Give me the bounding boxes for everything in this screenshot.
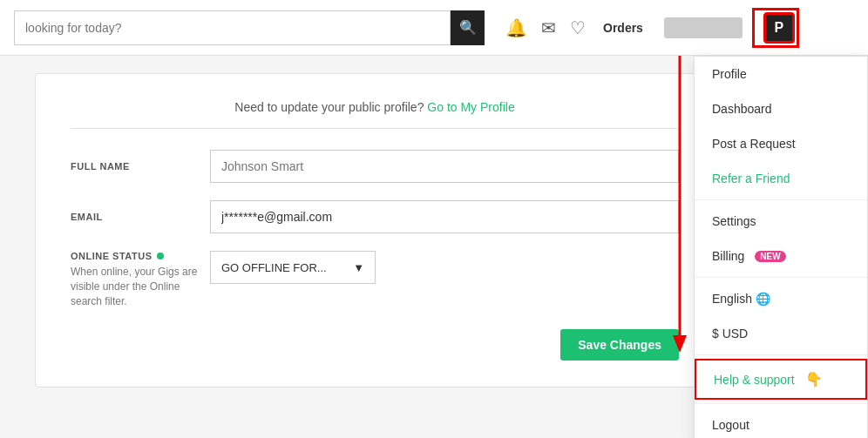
mail-icon[interactable]: ✉ [541,17,556,38]
menu-item-settings-label: Settings [712,214,756,228]
menu-item-currency-label: $ USD [712,327,748,340]
email-row: EMAIL [71,200,679,233]
menu-item-billing-label: Billing [712,249,744,263]
online-status-row: ONLINE STATUS When online, your Gigs are… [71,251,679,308]
menu-item-language[interactable]: English 🌐 [695,281,867,316]
menu-item-help-label: Help & support [714,373,795,387]
status-dropdown-value: GO OFFLINE FOR... [221,261,327,274]
go-to-profile-link[interactable]: Go to My Profile [427,100,514,114]
status-description: When online, your Gigs are visible under… [71,265,210,308]
user-avatar-button[interactable]: P [763,12,795,44]
menu-item-language-label: English 🌐 [712,292,770,306]
cursor-icon: 👇 [805,371,823,387]
menu-item-profile-label: Profile [712,67,747,81]
notification-icon[interactable]: 🔔 [505,17,527,38]
profile-notice-text: Need to update your public profile? [234,100,424,114]
search-container: 🔍 [14,10,485,45]
username-blurred [664,17,743,38]
header: 🔍 🔔 ✉ ♡ Orders P [0,0,868,56]
billing-new-badge: NEW [755,251,785,262]
menu-item-logout[interactable]: Logout [695,408,867,438]
divider-4 [695,403,867,404]
divider-2 [695,277,867,278]
menu-item-post-request-label: Post a Request [712,137,796,151]
save-btn-row: Save Changes [71,329,679,361]
menu-item-dashboard[interactable]: Dashboard [695,91,867,126]
search-button[interactable]: 🔍 [451,10,485,45]
content-box: Need to update your public profile? Go t… [35,73,715,387]
email-input[interactable] [210,200,679,233]
online-status-label-col: ONLINE STATUS When online, your Gigs are… [71,251,210,308]
menu-item-refer-friend[interactable]: Refer a Friend [695,161,867,196]
divider-3 [695,354,867,355]
heart-icon[interactable]: ♡ [570,17,586,38]
profile-btn-wrapper: P [756,12,795,44]
menu-item-help[interactable]: Help & support 👇 [695,359,867,400]
dropdown-menu: Profile Dashboard Post a Request Refer a… [694,56,868,438]
online-dot [157,253,164,259]
menu-item-profile[interactable]: Profile [695,57,867,91]
chevron-down-icon: ▼ [353,261,364,274]
header-icons: 🔔 ✉ ♡ Orders P [505,12,795,44]
status-dropdown[interactable]: GO OFFLINE FOR... ▼ [210,251,376,284]
profile-notice: Need to update your public profile? Go t… [71,100,679,129]
search-icon: 🔍 [459,19,477,36]
menu-item-logout-label: Logout [712,418,749,432]
search-input[interactable] [14,10,451,45]
divider-1 [695,199,867,200]
full-name-row: FULL NAME [71,150,679,183]
online-status-label: ONLINE STATUS [71,251,210,261]
save-changes-button[interactable]: Save Changes [560,329,679,361]
menu-item-currency[interactable]: $ USD [695,316,867,351]
orders-button[interactable]: Orders [603,21,643,35]
menu-item-refer-friend-label: Refer a Friend [712,172,790,185]
full-name-label: FULL NAME [71,161,210,172]
email-label: EMAIL [71,212,210,222]
full-name-input[interactable] [210,150,679,183]
menu-item-post-request[interactable]: Post a Request [695,126,867,161]
menu-item-billing[interactable]: Billing NEW [695,239,867,273]
menu-item-dashboard-label: Dashboard [712,102,772,116]
menu-item-settings[interactable]: Settings [695,204,867,239]
online-status-text: ONLINE STATUS [71,251,152,261]
